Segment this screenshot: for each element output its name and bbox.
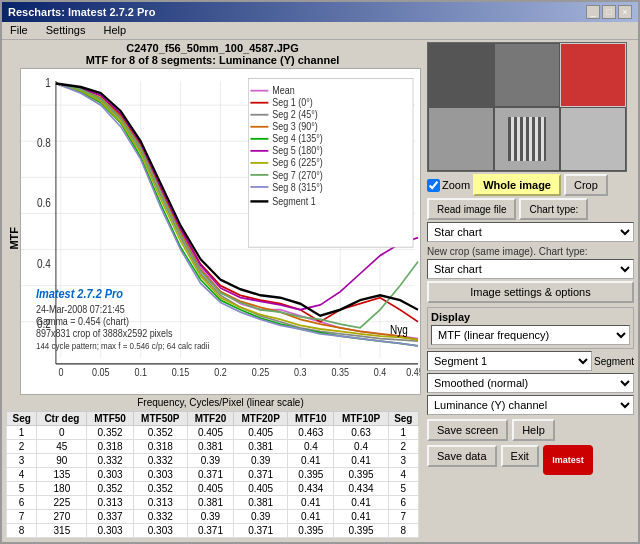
col-mtf20: MTF20 xyxy=(187,412,233,426)
menu-help[interactable]: Help xyxy=(99,24,130,37)
table-cell: 0.313 xyxy=(87,496,133,510)
table-row: 62250.3130.3130.3810.3810.410.416 xyxy=(7,496,419,510)
table-cell: 0.41 xyxy=(334,510,388,524)
segment-label: Segment xyxy=(594,356,634,367)
menu-bar: File Settings Help xyxy=(2,22,638,40)
table-cell: 0.303 xyxy=(87,524,133,538)
zoom-checkbox-label[interactable]: Zoom xyxy=(427,179,470,192)
smoothed-dropdown-row: Smoothed (normal) xyxy=(427,373,634,393)
window-title: Rescharts: Imatest 2.7.2 Pro xyxy=(8,6,155,18)
whole-image-btn[interactable]: Whole image xyxy=(473,174,561,196)
chart-area: 1 0.8 0.6 0.4 0.2 0 0.05 0.1 0.15 0.2 0.… xyxy=(20,68,421,395)
display-dropdown-row: MTF (linear frequency) xyxy=(431,325,630,345)
table-cell: 0.41 xyxy=(288,496,334,510)
svg-text:0.4: 0.4 xyxy=(374,366,387,378)
table-cell: 8 xyxy=(388,524,418,538)
table-cell: 0.352 xyxy=(87,482,133,496)
table-cell: 6 xyxy=(7,496,37,510)
segment-dropdown[interactable]: Segment 1 xyxy=(427,351,592,371)
svg-text:Seg 1 (0°): Seg 1 (0°) xyxy=(272,97,312,109)
table-cell: 0.318 xyxy=(87,440,133,454)
imatest-logo: Imatest xyxy=(543,445,593,475)
table-cell: 135 xyxy=(37,468,87,482)
crop-btn[interactable]: Crop xyxy=(564,174,608,196)
menu-settings[interactable]: Settings xyxy=(42,24,90,37)
svg-text:0.3: 0.3 xyxy=(294,366,307,378)
image-settings-btn[interactable]: Image settings & options xyxy=(427,281,634,303)
table-cell: 0.39 xyxy=(187,454,233,468)
main-window: Rescharts: Imatest 2.7.2 Pro _ □ × File … xyxy=(0,0,640,544)
table-row: 51800.3520.3520.4050.4050.4340.4345 xyxy=(7,482,419,496)
col-mtf20p: MTF20P xyxy=(234,412,288,426)
exit-btn[interactable]: Exit xyxy=(501,445,539,467)
save-screen-btn[interactable]: Save screen xyxy=(427,419,508,441)
table-cell: 90 xyxy=(37,454,87,468)
smoothed-dropdown[interactable]: Smoothed (normal) xyxy=(427,373,634,393)
table-cell: 0.41 xyxy=(334,454,388,468)
table-row: 72700.3370.3320.390.390.410.417 xyxy=(7,510,419,524)
minimize-btn[interactable]: _ xyxy=(586,5,600,19)
y-axis-label: MTF xyxy=(8,227,20,250)
table-cell: 0.381 xyxy=(234,440,288,454)
table-cell: 7 xyxy=(388,510,418,524)
svg-text:0.2: 0.2 xyxy=(214,366,227,378)
svg-text:Imatest 2.7.2 Pro: Imatest 2.7.2 Pro xyxy=(36,286,124,301)
table-cell: 0.371 xyxy=(234,468,288,482)
bottom-buttons-2: Save data Exit Imatest xyxy=(427,445,634,475)
svg-text:Seg 3 (90°): Seg 3 (90°) xyxy=(272,121,317,133)
table-cell: 0.303 xyxy=(87,468,133,482)
main-content: C2470_f56_50mm_100_4587.JPG MTF for 8 of… xyxy=(2,40,638,542)
svg-text:Seg 8 (315°): Seg 8 (315°) xyxy=(272,181,322,193)
new-crop-dropdown[interactable]: Star chart xyxy=(427,259,634,279)
channel-dropdown-row: Luminance (Y) channel xyxy=(427,395,634,415)
svg-text:0.6: 0.6 xyxy=(37,197,51,210)
thumb-cell-6 xyxy=(560,107,626,171)
table-cell: 0.352 xyxy=(87,426,133,440)
table-cell: 1 xyxy=(388,426,418,440)
table-row: 2450.3180.3180.3810.3810.40.42 xyxy=(7,440,419,454)
image-thumbnail xyxy=(427,42,627,172)
thumb-cell-4 xyxy=(428,107,494,171)
thumb-cell-5 xyxy=(494,107,560,171)
x-axis-label: Frequency, Cycles/Pixel (linear scale) xyxy=(20,396,421,409)
chart-type-dropdown[interactable]: Star chart xyxy=(427,222,634,242)
svg-text:Seg 5 (180°): Seg 5 (180°) xyxy=(272,145,322,157)
table-cell: 3 xyxy=(388,454,418,468)
table-cell: 0 xyxy=(37,426,87,440)
svg-text:144 cycle pattern; max f = 0.5: 144 cycle pattern; max f = 0.546 c/p; 64… xyxy=(36,341,209,352)
table-cell: 0.395 xyxy=(334,524,388,538)
zoom-label: Zoom xyxy=(442,179,470,191)
table-cell: 5 xyxy=(388,482,418,496)
table-cell: 0.63 xyxy=(334,426,388,440)
chart-type-btn[interactable]: Chart type: xyxy=(519,198,588,220)
bottom-buttons: Save screen Help xyxy=(427,419,634,441)
new-crop-dropdown-row: Star chart xyxy=(427,259,634,279)
table-row: 83150.3030.3030.3710.3710.3950.3958 xyxy=(7,524,419,538)
close-btn[interactable]: × xyxy=(618,5,632,19)
svg-text:Seg 6 (225°): Seg 6 (225°) xyxy=(272,157,322,169)
table-cell: 0.41 xyxy=(288,454,334,468)
save-data-btn[interactable]: Save data xyxy=(427,445,497,467)
data-table: Seg Ctr deg MTF50 MTF50P MTF20 MTF20P MT… xyxy=(6,411,419,538)
svg-text:Gamma = 0.454 (chart): Gamma = 0.454 (chart) xyxy=(36,316,129,328)
col-mtf10: MTF10 xyxy=(288,412,334,426)
help-btn[interactable]: Help xyxy=(512,419,555,441)
table-cell: 4 xyxy=(388,468,418,482)
svg-text:897x831 crop of 3888x2592 pixe: 897x831 crop of 3888x2592 pixels xyxy=(36,328,173,340)
col-mtf10p: MTF10P xyxy=(334,412,388,426)
table-cell: 1 xyxy=(7,426,37,440)
chart-svg: 1 0.8 0.6 0.4 0.2 0 0.05 0.1 0.15 0.2 0.… xyxy=(21,69,420,394)
table-cell: 7 xyxy=(7,510,37,524)
zoom-checkbox[interactable] xyxy=(427,179,440,192)
maximize-btn[interactable]: □ xyxy=(602,5,616,19)
read-image-file-btn[interactable]: Read image file xyxy=(427,198,516,220)
table-cell: 0.332 xyxy=(133,510,187,524)
table-cell: 0.39 xyxy=(234,510,288,524)
channel-dropdown[interactable]: Luminance (Y) channel xyxy=(427,395,634,415)
svg-text:0.1: 0.1 xyxy=(134,366,147,378)
zoom-row: Zoom Whole image Crop xyxy=(427,174,634,196)
table-cell: 0.405 xyxy=(234,482,288,496)
col-seg2: Seg xyxy=(388,412,418,426)
display-dropdown[interactable]: MTF (linear frequency) xyxy=(431,325,630,345)
menu-file[interactable]: File xyxy=(6,24,32,37)
